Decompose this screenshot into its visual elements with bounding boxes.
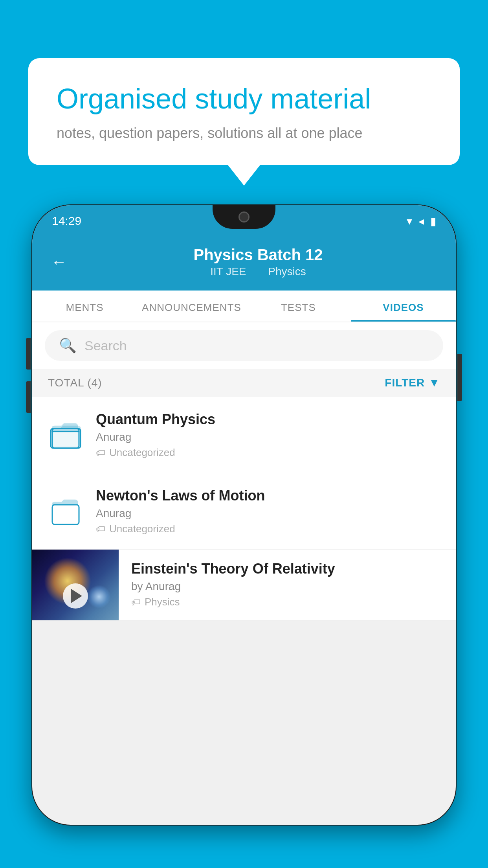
wifi-icon: ▾: [407, 215, 412, 228]
folder-icon-2: [48, 498, 83, 525]
header-subtitle-physics: Physics: [268, 265, 306, 278]
camera: [238, 211, 250, 223]
filter-label: FILTER: [385, 377, 425, 389]
search-bar-container: 🔍 Search: [32, 322, 456, 369]
phone-wrapper: 14:29 ▾ ◂ ▮ ← Physics Batch 12 IIT JEE: [31, 204, 457, 868]
filter-icon: ▼: [429, 377, 440, 389]
status-icons: ▾ ◂ ▮: [407, 215, 436, 228]
tab-tests[interactable]: TESTS: [246, 291, 351, 322]
tab-videos[interactable]: VIDEOS: [351, 291, 456, 322]
search-bar[interactable]: 🔍 Search: [45, 330, 443, 361]
tag-icon-1: 🏷: [96, 447, 105, 458]
signal-icon: ◂: [418, 215, 424, 228]
header-subtitle: IIT JEE Physics: [79, 265, 437, 278]
play-button[interactable]: [63, 583, 88, 609]
volume-down-button[interactable]: [26, 381, 31, 413]
app-header: ← Physics Batch 12 IIT JEE Physics: [32, 237, 456, 291]
video-content-1: Quantum Physics Anurag 🏷 Uncategorized: [96, 411, 440, 459]
tab-ments[interactable]: MENTS: [32, 291, 137, 322]
search-input[interactable]: Search: [84, 338, 127, 353]
video-tag-2: 🏷 Uncategorized: [96, 523, 440, 535]
video-title-2: Newton's Laws of Motion: [96, 487, 440, 504]
tag-icon-3: 🏷: [131, 597, 141, 608]
video-author-1: Anurag: [96, 431, 440, 443]
video-title-3: Einstein's Theory Of Relativity: [131, 561, 443, 577]
speech-bubble-section: Organised study material notes, question…: [28, 58, 460, 165]
phone-frame: 14:29 ▾ ◂ ▮ ← Physics Batch 12 IIT JEE: [31, 204, 457, 826]
tab-announcements[interactable]: ANNOUNCEMENTS: [137, 291, 246, 322]
folder-svg-2: [50, 498, 81, 525]
volume-up-button[interactable]: [26, 338, 31, 370]
bubble-title: Organised study material: [57, 82, 431, 116]
video-author-3: by Anurag: [131, 580, 443, 593]
phone-screen: 14:29 ▾ ◂ ▮ ← Physics Batch 12 IIT JEE: [32, 205, 456, 825]
speech-bubble: Organised study material notes, question…: [28, 58, 460, 165]
header-center: Physics Batch 12 IIT JEE Physics: [79, 246, 437, 278]
video-thumbnail-3: [32, 550, 119, 620]
video-tag-3: 🏷 Physics: [131, 596, 443, 608]
video-item-1[interactable]: Quantum Physics Anurag 🏷 Uncategorized: [32, 397, 456, 473]
folder-svg-1: [50, 421, 81, 449]
tabs-bar: MENTS ANNOUNCEMENTS TESTS VIDEOS: [32, 291, 456, 322]
filter-bar: TOTAL (4) FILTER ▼: [32, 369, 456, 397]
folder-icon-1: [48, 421, 83, 449]
svg-rect-5: [53, 509, 78, 523]
play-triangle-icon: [71, 589, 82, 603]
status-bar: 14:29 ▾ ◂ ▮: [32, 205, 456, 237]
back-button[interactable]: ←: [51, 253, 67, 271]
search-icon: 🔍: [59, 337, 77, 354]
total-label: TOTAL (4): [48, 377, 102, 389]
video-content-3: Einstein's Theory Of Relativity by Anura…: [119, 550, 456, 619]
notch: [213, 205, 275, 229]
video-item-2[interactable]: Newton's Laws of Motion Anurag 🏷 Uncateg…: [32, 473, 456, 550]
power-button[interactable]: [457, 354, 462, 401]
bubble-subtitle: notes, question papers, solutions all at…: [57, 125, 431, 142]
battery-icon: ▮: [430, 215, 436, 228]
header-subtitle-iitjee: IIT JEE: [210, 265, 246, 278]
status-time: 14:29: [52, 214, 81, 228]
tag-icon-2: 🏷: [96, 524, 105, 535]
video-tag-1: 🏷 Uncategorized: [96, 447, 440, 459]
video-author-2: Anurag: [96, 507, 440, 520]
video-title-1: Quantum Physics: [96, 411, 440, 428]
orb-small-glow: [87, 585, 111, 609]
video-content-2: Newton's Laws of Motion Anurag 🏷 Uncateg…: [96, 487, 440, 535]
header-title: Physics Batch 12: [79, 246, 437, 264]
video-item-3[interactable]: Einstein's Theory Of Relativity by Anura…: [32, 550, 456, 621]
filter-button[interactable]: FILTER ▼: [385, 377, 440, 389]
svg-rect-2: [53, 432, 78, 447]
